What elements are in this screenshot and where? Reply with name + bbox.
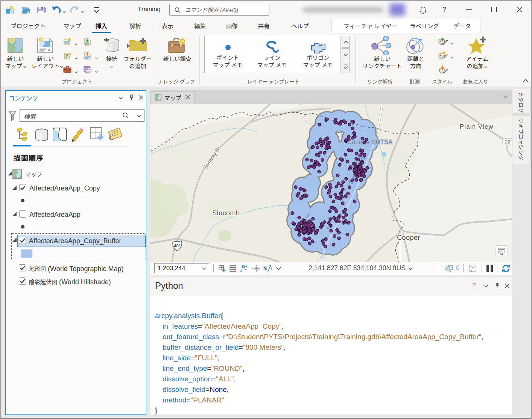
svg-text:[]: [] bbox=[67, 55, 68, 58]
svg-text:Slocomb: Slocomb bbox=[212, 209, 240, 217]
svg-text:401: 401 bbox=[174, 244, 181, 248]
svg-text:N: N bbox=[263, 266, 267, 271]
svg-text:22: 22 bbox=[505, 139, 510, 145]
svg-text:Plain View: Plain View bbox=[460, 123, 494, 130]
svg-text:Cottage SDTSA: Cottage SDTSA bbox=[347, 139, 392, 145]
svg-text:Cooper: Cooper bbox=[397, 234, 420, 241]
